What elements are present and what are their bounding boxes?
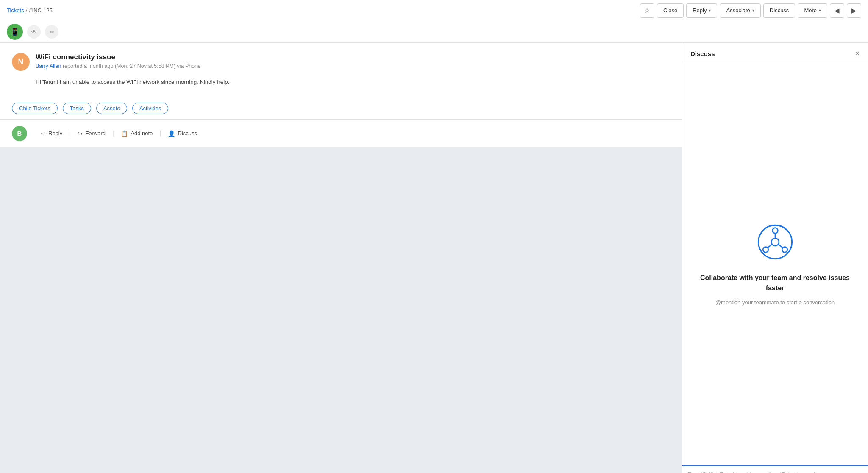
reporter-avatar: N [12, 53, 30, 71]
reply-action-discuss-label: Discuss [178, 130, 197, 136]
discuss-cta-title: Collaborate with your team and resolve i… [692, 273, 858, 293]
svg-point-2 [772, 228, 778, 233]
discuss-cta-subtitle: @mention your teammate to start a conver… [715, 298, 835, 307]
svg-point-4 [782, 247, 787, 252]
reply-action-add-note[interactable]: 📋 Add note [114, 128, 159, 139]
mobile-device-icon[interactable]: 📱 [7, 24, 23, 40]
ticket-card: N WiFi connectivity issue Barry Allen re… [0, 43, 682, 97]
ticket-meta: Barry Allen reported a month ago (Mon, 2… [36, 63, 200, 69]
discuss-panel: Discuss × Col [682, 43, 868, 473]
discuss-label: Discuss [770, 7, 789, 14]
empty-content-area [0, 147, 682, 274]
reply-actions: ↩ Reply | ↪ Forward | 📋 Add note | 👤 Dis… [34, 128, 670, 139]
more-label: More [804, 7, 817, 14]
top-bar: Tickets / #INC-125 ☆ Close Reply ▾ Assoc… [0, 0, 868, 21]
prev-button[interactable]: ◀ [830, 3, 844, 18]
left-panel: N WiFi connectivity issue Barry Allen re… [0, 43, 682, 473]
reporter-meta-text: reported a month ago (Mon, 27 Nov at 5:5… [63, 63, 200, 69]
view-icon-2[interactable]: ✏ [45, 25, 58, 39]
reporter-name[interactable]: Barry Allen [36, 63, 61, 69]
svg-line-6 [768, 244, 773, 248]
tab-assets[interactable]: Assets [96, 103, 127, 114]
reply-action-icon: ↩ [41, 130, 46, 137]
mobile-icon: 📱 [10, 27, 19, 36]
svg-point-1 [771, 238, 779, 246]
collaborate-icon [756, 223, 794, 261]
breadcrumb-tickets-link[interactable]: Tickets [7, 7, 24, 14]
discuss-header: Discuss × [682, 43, 868, 64]
ticket-info: WiFi connectivity issue Barry Allen repo… [36, 53, 200, 69]
reply-action-forward[interactable]: ↪ Forward [71, 128, 112, 139]
discuss-body: Collaborate with your team and resolve i… [682, 64, 868, 465]
star-button[interactable]: ☆ [640, 3, 654, 18]
next-button[interactable]: ▶ [847, 3, 861, 18]
reply-avatar: B [12, 126, 27, 141]
breadcrumb-ticket-id: #INC-125 [29, 7, 53, 14]
reply-bar: B ↩ Reply | ↪ Forward | 📋 Add note | [0, 120, 682, 147]
svg-point-3 [763, 247, 768, 252]
ticket-title: WiFi connectivity issue [36, 53, 200, 61]
reply-button[interactable]: Reply ▾ [686, 3, 717, 18]
discuss-input-area: ✏️ 📎 [682, 465, 868, 473]
tab-child-tickets[interactable]: Child Tickets [12, 103, 58, 114]
toolbar: ☆ Close Reply ▾ Associate ▾ Discuss More… [640, 3, 861, 18]
next-icon: ▶ [851, 7, 857, 14]
forward-icon: ↪ [78, 130, 83, 137]
discuss-input[interactable] [688, 470, 832, 473]
reply-action-forward-label: Forward [85, 130, 106, 136]
reply-action-reply-label: Reply [48, 130, 62, 136]
tabs-row: Child Tickets Tasks Assets Activities [0, 97, 682, 120]
main-layout: N WiFi connectivity issue Barry Allen re… [0, 43, 868, 473]
star-icon: ☆ [644, 7, 650, 14]
reply-caret-icon: ▾ [709, 8, 711, 13]
eye-icon: 👁 [31, 29, 37, 35]
note-icon: 📋 [121, 130, 128, 137]
reply-action-note-label: Add note [131, 130, 153, 136]
tab-tasks[interactable]: Tasks [63, 103, 91, 114]
prev-icon: ◀ [835, 7, 840, 14]
discuss-action-icon: 👤 [168, 130, 175, 137]
associate-button[interactable]: Associate ▾ [720, 3, 760, 18]
edit-icon: ✏ [50, 29, 54, 35]
discuss-panel-title: Discuss [690, 50, 715, 57]
associate-caret-icon: ▾ [752, 8, 754, 13]
close-button[interactable]: Close [657, 3, 684, 18]
discuss-button[interactable]: Discuss [763, 3, 796, 18]
reply-action-reply[interactable]: ↩ Reply [34, 128, 69, 139]
reply-label: Reply [693, 7, 707, 14]
close-icon: × [855, 49, 860, 58]
svg-point-0 [758, 225, 792, 259]
close-label: Close [663, 7, 677, 14]
more-button[interactable]: More ▾ [798, 3, 827, 18]
reply-action-discuss[interactable]: 👤 Discuss [161, 128, 204, 139]
view-icon-1[interactable]: 👁 [27, 25, 41, 39]
tab-activities[interactable]: Activities [132, 103, 168, 114]
ticket-header: N WiFi connectivity issue Barry Allen re… [12, 53, 670, 71]
close-discuss-button[interactable]: × [855, 50, 860, 57]
more-caret-icon: ▾ [819, 8, 821, 13]
breadcrumb-separator: / [26, 7, 28, 14]
breadcrumb: Tickets / #INC-125 [7, 7, 53, 14]
svg-line-7 [778, 244, 783, 248]
associate-label: Associate [726, 7, 750, 14]
ticket-body: Hi Team! I am unable to access the WiFi … [36, 78, 670, 87]
